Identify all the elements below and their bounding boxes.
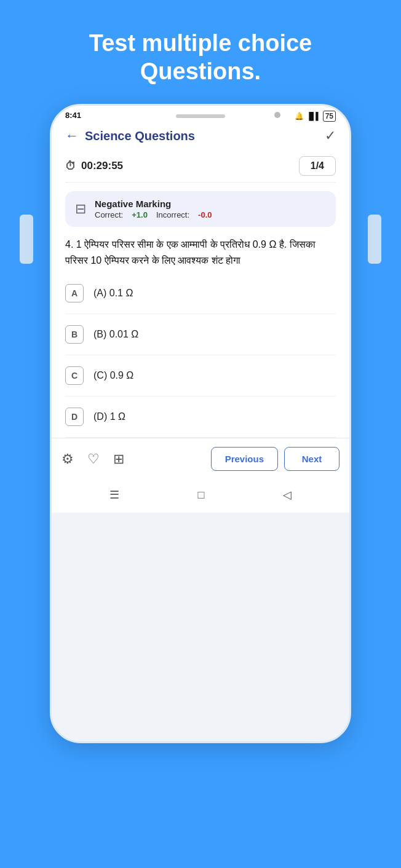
nav-buttons: Previous Next xyxy=(211,447,339,471)
incorrect-value: -0.0 xyxy=(198,210,212,219)
timer-row: ⏱ 00:29:55 1/4 xyxy=(65,151,336,183)
option-b[interactable]: B (B) 0.01 Ω xyxy=(65,314,336,355)
option-a-text: (A) 0.1 Ω xyxy=(93,288,133,299)
timer-display: ⏱ 00:29:55 xyxy=(65,160,123,173)
toolbar-icons: ⚙ ♡ ⊞ xyxy=(62,451,124,467)
question-text: 4. 1 ऐम्पियर परिसर सीमा के एक आम्मापी के… xyxy=(65,237,336,268)
app-header: ← Science Questions ✓ xyxy=(65,118,336,151)
option-d-letter: D xyxy=(65,408,84,426)
grid-icon[interactable]: ⊞ xyxy=(113,451,124,467)
phone-container: 8:41 🔔 ▐▌▌ 75 ← Science Questions ✓ xyxy=(0,104,401,743)
correct-value: +1.0 xyxy=(132,210,148,219)
status-time: 8:41 xyxy=(65,111,81,120)
phone-content: ← Science Questions ✓ ⏱ 00:29:55 1/4 ⊟ N… xyxy=(52,118,349,438)
battery-icon: 75 xyxy=(323,111,336,122)
back-button[interactable]: ← xyxy=(65,128,79,144)
menu-nav-icon[interactable]: ☰ xyxy=(109,488,119,502)
favorite-icon[interactable]: ♡ xyxy=(87,451,100,467)
option-c-letter: C xyxy=(65,366,84,385)
page-title: Test multiple choice Questions. xyxy=(25,30,376,85)
progress-badge: 1/4 xyxy=(299,156,336,176)
android-nav: ☰ □ ◁ xyxy=(52,479,349,513)
timer-value: 00:29:55 xyxy=(81,160,123,172)
marking-title: Negative Marking xyxy=(95,199,212,209)
home-nav-icon[interactable]: □ xyxy=(198,489,205,502)
side-bump-left xyxy=(20,215,33,264)
screen-title: Science Questions xyxy=(85,129,325,143)
option-d[interactable]: D (D) 1 Ω xyxy=(65,397,336,438)
check-button[interactable]: ✓ xyxy=(325,128,336,144)
marking-bar: ⊟ Negative Marking Correct: +1.0 Incorre… xyxy=(65,191,336,227)
option-b-text: (B) 0.01 Ω xyxy=(93,329,138,340)
previous-button[interactable]: Previous xyxy=(211,447,278,471)
settings-icon[interactable]: ⚙ xyxy=(62,451,74,467)
back-nav-icon[interactable]: ◁ xyxy=(283,488,292,502)
timer-icon: ⏱ xyxy=(65,160,76,173)
incorrect-label: Incorrect: xyxy=(156,210,189,219)
page-header: Test multiple choice Questions. xyxy=(0,0,401,104)
correct-label: Correct: xyxy=(95,210,123,219)
option-b-letter: B xyxy=(65,325,84,344)
marking-info: Negative Marking Correct: +1.0 Incorrect… xyxy=(95,199,212,219)
bottom-toolbar: ⚙ ♡ ⊞ Previous Next xyxy=(52,438,349,479)
options-list: A (A) 0.1 Ω B (B) 0.01 Ω C (C) 0.9 Ω D (… xyxy=(65,273,336,438)
next-button[interactable]: Next xyxy=(284,447,339,471)
marking-icon: ⊟ xyxy=(75,201,86,217)
phone: 8:41 🔔 ▐▌▌ 75 ← Science Questions ✓ xyxy=(50,104,351,743)
signal-icon: ▐▌▌ xyxy=(306,112,320,120)
option-d-text: (D) 1 Ω xyxy=(93,411,125,422)
bell-icon: 🔔 xyxy=(295,112,304,120)
option-c[interactable]: C (C) 0.9 Ω xyxy=(65,355,336,397)
option-c-text: (C) 0.9 Ω xyxy=(93,370,133,381)
option-a[interactable]: A (A) 0.1 Ω xyxy=(65,273,336,314)
option-a-letter: A xyxy=(65,284,84,302)
side-bump-right xyxy=(368,215,381,264)
